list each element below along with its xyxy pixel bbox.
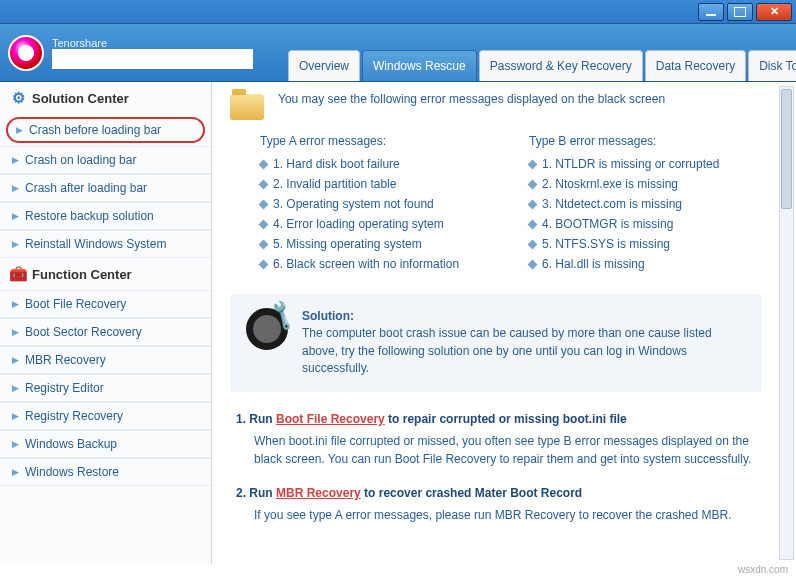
- sidebar-item-windows-backup[interactable]: ▶Windows Backup: [0, 430, 211, 458]
- sidebar-item-crash-on[interactable]: ▶Crash on loading bar: [0, 146, 211, 174]
- bullet-icon: [528, 219, 538, 229]
- chevron-right-icon: ▶: [12, 327, 19, 337]
- error-item: 1. NTLDR is missing or corrupted: [529, 154, 762, 174]
- vertical-scrollbar[interactable]: [779, 86, 794, 560]
- chevron-right-icon: ▶: [12, 299, 19, 309]
- chevron-right-icon: ▶: [12, 467, 19, 477]
- sidebar-item-restore-backup[interactable]: ▶Restore backup solution: [0, 202, 211, 230]
- error-item: 2. Ntoskrnl.exe is missing: [529, 174, 762, 194]
- scroll-thumb[interactable]: [781, 89, 792, 209]
- sidebar-item-registry-recovery[interactable]: ▶Registry Recovery: [0, 402, 211, 430]
- chevron-right-icon: ▶: [12, 211, 19, 221]
- bullet-icon: [528, 179, 538, 189]
- brand: Tenorshare Windows Boot Genius: [8, 35, 288, 81]
- bullet-icon: [259, 199, 269, 209]
- sidebar-cat-label: Solution Center: [32, 91, 129, 106]
- sidebar-item-boot-file-recovery[interactable]: ▶Boot File Recovery: [0, 290, 211, 318]
- error-a-title: Type A error messages:: [260, 134, 493, 148]
- main-pane: You may see the following error messages…: [212, 82, 796, 564]
- sidebar-item-crash-after[interactable]: ▶Crash after loading bar: [0, 174, 211, 202]
- brand-sup: Tenorshare: [52, 37, 253, 49]
- error-item: 6. Black screen with no information: [260, 254, 493, 274]
- bullet-icon: [528, 259, 538, 269]
- error-item: 5. NTFS.SYS is missing: [529, 234, 762, 254]
- error-item: 3. Ntdetect.com is missing: [529, 194, 762, 214]
- tab-overview[interactable]: Overview: [288, 50, 360, 81]
- folder-icon: [230, 94, 264, 120]
- mbr-recovery-link[interactable]: MBR Recovery: [276, 486, 361, 500]
- sidebar-item-mbr-recovery[interactable]: ▶MBR Recovery: [0, 346, 211, 374]
- chevron-right-icon: ▶: [12, 411, 19, 421]
- error-item: 4. BOOTMGR is missing: [529, 214, 762, 234]
- error-columns: Type A error messages: 1. Hard disk boot…: [260, 134, 762, 274]
- chevron-right-icon: ▶: [12, 155, 19, 165]
- boot-file-recovery-link[interactable]: Boot File Recovery: [276, 412, 385, 426]
- sidebar-cat-function: 🧰 Function Center: [0, 258, 211, 290]
- error-item: 4. Error loading operating sytem: [260, 214, 493, 234]
- intro-row: You may see the following error messages…: [230, 92, 762, 120]
- chevron-right-icon: ▶: [12, 239, 19, 249]
- sidebar-item-crash-before[interactable]: ▶Crash before loading bar: [6, 117, 205, 143]
- step-1: 1. Run Boot File Recovery to repair corr…: [236, 410, 756, 468]
- error-col-a: Type A error messages: 1. Hard disk boot…: [260, 134, 493, 274]
- step-2: 2. Run MBR Recovery to recover crashed M…: [236, 484, 756, 524]
- solution-body: The computer boot crash issue can be cau…: [302, 326, 712, 375]
- error-item: 2. Invalid partition table: [260, 174, 493, 194]
- error-item: 1. Hard disk boot failure: [260, 154, 493, 174]
- watermark: wsxdn.com: [0, 564, 796, 577]
- error-b-title: Type B error messages:: [529, 134, 762, 148]
- wheel-wrench-icon: 🔧: [246, 308, 288, 350]
- error-item: 5. Missing operating system: [260, 234, 493, 254]
- intro-text: You may see the following error messages…: [278, 92, 665, 106]
- tab-password-key-recovery[interactable]: Password & Key Recovery: [479, 50, 643, 81]
- app-logo-icon: [8, 35, 44, 71]
- bullet-icon: [259, 239, 269, 249]
- briefcase-icon: 🧰: [10, 266, 26, 282]
- sidebar-item-windows-restore[interactable]: ▶Windows Restore: [0, 458, 211, 486]
- sidebar-item-boot-sector-recovery[interactable]: ▶Boot Sector Recovery: [0, 318, 211, 346]
- content: ⚙ Solution Center ▶Crash before loading …: [0, 82, 796, 564]
- bullet-icon: [528, 159, 538, 169]
- gear-icon: ⚙: [10, 90, 26, 106]
- solution-label: Solution:: [302, 309, 354, 323]
- close-button[interactable]: [756, 3, 792, 21]
- sidebar: ⚙ Solution Center ▶Crash before loading …: [0, 82, 212, 564]
- maximize-button[interactable]: [727, 3, 753, 21]
- bullet-icon: [259, 159, 269, 169]
- step-1-body: When boot.ini file corrupted or missed, …: [254, 432, 756, 468]
- tab-disk-tools[interactable]: Disk Tools: [748, 50, 796, 81]
- main-tabs: Overview Windows Rescue Password & Key R…: [288, 50, 796, 81]
- sidebar-item-reinstall[interactable]: ▶Reinstall Windows System: [0, 230, 211, 258]
- brand-name: Windows Boot Genius: [52, 49, 253, 70]
- sidebar-item-registry-editor[interactable]: ▶Registry Editor: [0, 374, 211, 402]
- header: Tenorshare Windows Boot Genius Overview …: [0, 24, 796, 82]
- bullet-icon: [528, 239, 538, 249]
- tab-data-recovery[interactable]: Data Recovery: [645, 50, 746, 81]
- sidebar-cat-label: Function Center: [32, 267, 132, 282]
- chevron-right-icon: ▶: [12, 355, 19, 365]
- app-window: Tenorshare Windows Boot Genius Overview …: [0, 0, 796, 577]
- error-col-b: Type B error messages: 1. NTLDR is missi…: [529, 134, 762, 274]
- solution-box: 🔧 Solution: The computer boot crash issu…: [230, 294, 762, 392]
- minimize-button[interactable]: [698, 3, 724, 21]
- tab-windows-rescue[interactable]: Windows Rescue: [362, 50, 477, 81]
- bullet-icon: [528, 199, 538, 209]
- chevron-right-icon: ▶: [12, 439, 19, 449]
- bullet-icon: [259, 259, 269, 269]
- error-item: 3. Operating system not found: [260, 194, 493, 214]
- title-bar: [0, 0, 796, 24]
- error-item: 6. Hal.dll is missing: [529, 254, 762, 274]
- chevron-right-icon: ▶: [16, 125, 23, 135]
- bullet-icon: [259, 179, 269, 189]
- chevron-right-icon: ▶: [12, 383, 19, 393]
- step-2-body: If you see type A error messages, please…: [254, 506, 756, 524]
- sidebar-cat-solution: ⚙ Solution Center: [0, 82, 211, 114]
- bullet-icon: [259, 219, 269, 229]
- chevron-right-icon: ▶: [12, 183, 19, 193]
